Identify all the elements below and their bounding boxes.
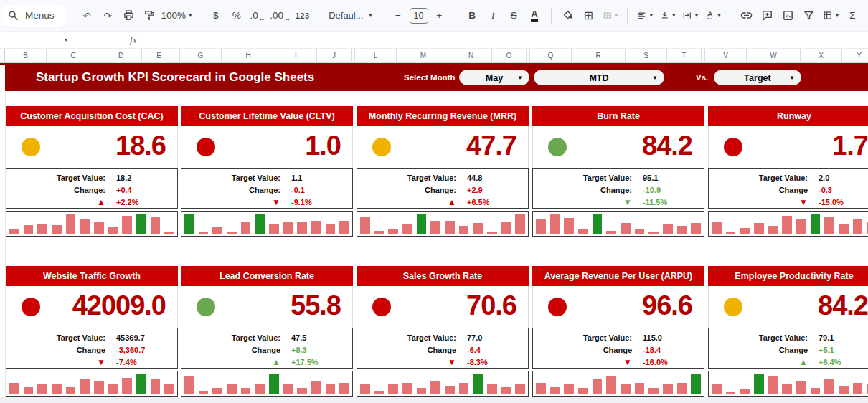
kpi-value: 84.2 <box>818 286 868 328</box>
column-header-N[interactable]: N <box>450 49 492 63</box>
kpi-value: 1.7 <box>832 126 868 168</box>
undo-button[interactable]: ↶ <box>77 6 97 25</box>
spark-bar <box>241 222 251 234</box>
spark-bar <box>515 214 525 234</box>
spark-bar <box>606 231 616 234</box>
corner-gutter <box>0 49 5 63</box>
filter-button[interactable] <box>799 6 819 25</box>
column-header-B[interactable]: B <box>5 49 47 63</box>
spark-bar <box>66 214 76 234</box>
spark-bar <box>122 216 132 234</box>
spark-bar <box>255 384 265 394</box>
change-label: Change <box>181 346 280 354</box>
column-header-Y[interactable]: Y <box>842 49 868 63</box>
paint-format-button[interactable] <box>140 6 159 25</box>
column-header-X[interactable]: X <box>801 49 842 63</box>
spark-bar <box>24 387 34 394</box>
month-value: May <box>486 72 503 82</box>
insert-comment-button[interactable] <box>758 6 777 25</box>
font-select[interactable]: Defaul... ▾ <box>326 6 374 25</box>
fill-color-button[interactable] <box>558 6 577 25</box>
spark-bar <box>402 224 412 234</box>
column-header-S[interactable]: S <box>626 49 667 63</box>
decrease-decimals-button[interactable]: .0← <box>247 6 267 25</box>
trend-arrow-icon: ▼ <box>533 197 632 207</box>
column-header-O[interactable]: O <box>492 49 527 63</box>
increase-font-size-button[interactable]: + <box>430 6 449 25</box>
chevron-down-icon: ▾ <box>615 12 618 19</box>
increase-decimals-button[interactable]: .00→ <box>268 6 291 25</box>
spark-bar <box>782 384 792 394</box>
print-button[interactable] <box>119 6 138 25</box>
trend-percent: -9.1% <box>291 198 312 207</box>
kpi-card-title: Runway <box>708 106 868 126</box>
redo-button[interactable]: ↷ <box>98 6 118 25</box>
italic-button[interactable]: I <box>483 6 503 25</box>
more-formats-button[interactable]: 123 <box>293 6 312 25</box>
column-header-R[interactable]: R <box>572 49 626 63</box>
status-indicator <box>372 298 391 316</box>
kpi-value-section: 70.6 <box>357 286 529 328</box>
spark-bar <box>635 229 645 234</box>
status-indicator <box>22 298 40 316</box>
spark-bar <box>487 232 497 234</box>
spark-bar-highlight <box>255 214 265 234</box>
column-headers: BCDEGHIJLMNOQRSTVWXY <box>0 49 868 63</box>
chevron-down-icon: ▼ <box>789 75 795 81</box>
chevron-down-icon: ▾ <box>369 12 372 19</box>
spark-bar-highlight <box>417 214 427 234</box>
menus-button[interactable]: Menus <box>0 5 67 27</box>
bold-button[interactable]: B <box>463 6 482 25</box>
format-currency-button[interactable]: $ <box>206 6 225 25</box>
column-header-C[interactable]: C <box>47 49 100 63</box>
column-header-W[interactable]: W <box>747 49 801 63</box>
decrease-font-size-button[interactable]: − <box>389 6 408 25</box>
text-wrap-button[interactable]: ▾ <box>679 6 701 25</box>
spark-bar <box>824 217 834 234</box>
functions-button[interactable]: Σ <box>843 6 862 25</box>
target-value: 47.5 <box>291 333 306 342</box>
borders-button[interactable]: ⊞ <box>579 6 598 25</box>
column-header-V[interactable]: V <box>705 49 747 63</box>
kpi-details: Target Value:45369.7Change-3,360.7▼-7.4% <box>6 328 178 369</box>
column-header-L[interactable]: L <box>355 49 397 63</box>
zoom-select[interactable]: 100% ▾ <box>161 6 193 25</box>
column-header-E[interactable]: E <box>142 49 176 63</box>
spark-bar-highlight <box>754 374 764 394</box>
page-title: Startup Growth KPI Scorecard in Google S… <box>36 70 314 85</box>
text-rotation-button[interactable]: ▾ <box>702 6 724 25</box>
spark-bar <box>311 221 321 234</box>
vertical-align-button[interactable]: ▾ <box>657 6 679 25</box>
column-header-J[interactable]: J <box>317 49 352 63</box>
spark-bar <box>839 224 849 234</box>
column-header-I[interactable]: I <box>275 49 317 63</box>
grid-view-icon <box>823 9 833 22</box>
insert-link-button[interactable] <box>737 6 756 25</box>
compare-dropdown[interactable]: Target ▼ <box>714 70 801 85</box>
insert-chart-button[interactable] <box>778 6 798 25</box>
spark-bar <box>374 231 385 234</box>
period-dropdown[interactable]: MTD ▼ <box>534 70 664 85</box>
text-color-icon: A <box>531 9 538 22</box>
column-header-D[interactable]: D <box>100 49 142 63</box>
trend-percent: -15.0% <box>819 198 844 207</box>
spark-bar <box>593 379 603 394</box>
spark-bar <box>712 384 722 394</box>
column-header-G[interactable]: G <box>180 49 222 63</box>
kpi-value-section: 18.6 <box>6 126 178 168</box>
kpi-card: Sales Growth Rate70.6Target Value:77.0Ch… <box>357 266 529 397</box>
name-box[interactable]: ▾ <box>0 37 72 43</box>
filter-views-button[interactable]: ▾ <box>820 6 841 25</box>
format-percent-button[interactable]: % <box>227 6 246 25</box>
merge-cells-button[interactable]: ▾ <box>600 6 621 25</box>
divider <box>456 8 456 24</box>
text-color-button[interactable]: A <box>525 6 544 25</box>
column-header-M[interactable]: M <box>397 49 450 63</box>
column-header-T[interactable]: T <box>667 49 702 63</box>
horizontal-align-button[interactable]: ▾ <box>634 6 656 25</box>
strikethrough-button[interactable]: S <box>504 6 524 25</box>
column-header-H[interactable]: H <box>222 49 275 63</box>
column-header-Q[interactable]: Q <box>530 49 572 63</box>
font-size-input[interactable]: 10 <box>410 8 428 24</box>
month-dropdown[interactable]: May ▼ <box>459 70 529 85</box>
